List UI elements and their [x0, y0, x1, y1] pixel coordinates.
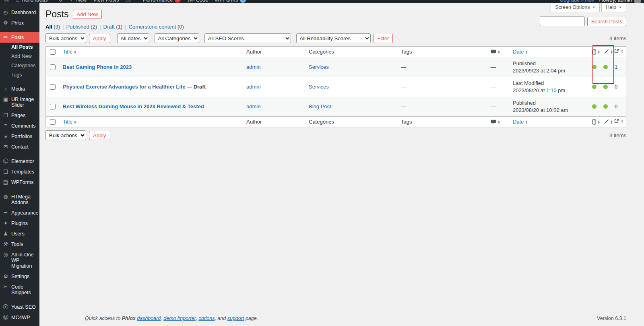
sidebar-item-comments[interactable]: ❞ Comments — [0, 121, 39, 131]
post-title-link[interactable]: Physical Exercise Advantages for a Healt… — [63, 84, 185, 90]
view-published[interactable]: Published (2) — [66, 24, 97, 30]
sort-by-comments[interactable]: ▲▼ — [491, 119, 500, 125]
sidebar-item-wpforms[interactable]: ▤ WPForms — [0, 177, 39, 188]
category-link[interactable]: Services — [309, 64, 329, 70]
sidebar-item-portfolios[interactable]: ◕ Portfolios — [0, 131, 39, 142]
sidebar-item-dashboard[interactable]: ◴ Dashboard — [0, 7, 39, 18]
footer-link-support[interactable]: support — [227, 316, 244, 321]
footer-link-dashboard[interactable]: dashboard — [137, 316, 161, 321]
sidebar-item-ur-image-slider[interactable]: ▣ UR Image Slider — [0, 94, 39, 110]
footer-link-options[interactable]: options — [198, 316, 215, 321]
sidebar-item-performance[interactable]: ❖ Performance1 — [0, 323, 39, 326]
sidebar-item-users[interactable]: ♟ Users — [0, 229, 39, 239]
sort-by-date[interactable]: Date▲▼ — [513, 49, 528, 55]
sidebar-item-pages[interactable]: ❐ Pages — [0, 110, 39, 121]
sidebar-item-ur-image-slider-label: UR Image Slider — [11, 97, 37, 108]
help-button[interactable]: Help▼ — [601, 3, 626, 12]
sort-by-seo-score[interactable]: ▲▼ — [592, 49, 600, 55]
sort-by-links[interactable]: ▲▼ — [614, 118, 623, 124]
sidebar-item-tools[interactable]: ⚒ Tools — [0, 239, 39, 250]
view-cornerstone-content[interactable]: Cornerstone content (0) — [129, 24, 184, 30]
sort-arrows-icon: ▲▼ — [497, 50, 500, 54]
seo-scores-filter-select[interactable]: All SEO Scores — [204, 33, 291, 43]
sort-by-readability[interactable]: ▲▼ — [603, 49, 613, 55]
filter-button[interactable]: Filter — [374, 34, 393, 43]
comments-value: — — [491, 64, 496, 70]
howdy-account[interactable]: Howdy, admin — [599, 0, 641, 3]
tags-column-header: Tags — [401, 119, 412, 125]
sort-arrows-icon: ▲▼ — [621, 49, 623, 53]
howdy-label: Howdy, admin — [599, 0, 632, 3]
author-link[interactable]: admin — [246, 103, 260, 109]
row-checkbox[interactable] — [50, 84, 56, 90]
post-row: Best Wireless Gaming Mouse in 2023 Revie… — [46, 97, 626, 116]
wpforms-menu[interactable]: WPForms1 — [215, 0, 246, 3]
sort-by-seo-score[interactable]: ▲▼ — [592, 119, 600, 125]
sidebar-item-settings[interactable]: ⚙ Settings — [0, 271, 39, 282]
post-title-link[interactable]: Best Wireless Gaming Mouse in 2023 Revie… — [63, 103, 204, 109]
author-link[interactable]: admin — [246, 84, 260, 90]
sidebar-item-appearance[interactable]: ✒ Appearance — [0, 208, 39, 218]
screen-options-button[interactable]: Screen Options▼ — [551, 3, 600, 12]
sidebar-item-code-snippets[interactable]: ✂ Code Snippets — [0, 282, 39, 298]
sidebar-item-htmega-addons[interactable]: ◍ HTMega Addons — [0, 192, 39, 208]
sidebar-item-contact[interactable]: ✉ Contact — [0, 142, 39, 152]
readability-filter-select[interactable]: All Readability Scores — [296, 33, 371, 43]
post-title-link[interactable]: Best Gaming Phone in 2023 — [63, 64, 132, 70]
upgrade-phlox-link[interactable]: Upgrade Phlox — [560, 0, 594, 3]
sort-by-title[interactable]: Title▲▼ — [63, 119, 76, 125]
bulk-actions-select[interactable]: Bulk actions — [45, 33, 86, 43]
select-all-checkbox[interactable] — [50, 119, 56, 125]
view-posts-link[interactable]: View Posts — [93, 0, 119, 3]
code-snippets-icon: ✂ — [3, 284, 8, 290]
apply-button-bottom[interactable]: Apply — [89, 131, 110, 140]
add-new-button[interactable]: Add New — [73, 10, 102, 19]
sidebar-item-categories[interactable]: Categories — [0, 61, 39, 70]
sidebar-item-posts[interactable]: ✏ Posts — [0, 32, 39, 43]
yoast-menu[interactable]: Ⓨ — [125, 0, 131, 3]
row-checkbox[interactable] — [50, 64, 56, 70]
wordpress-logo-icon[interactable]: Ⓦ — [4, 0, 10, 3]
sidebar-item-all-in-one-wp-migration[interactable]: ◎ All-in-One WP Migration — [0, 250, 39, 271]
dates-filter-select[interactable]: All dates — [117, 33, 149, 43]
search-posts-input[interactable] — [540, 17, 585, 26]
sidebar-item-phlox[interactable]: ❁ Phlox — [0, 18, 39, 28]
author-link[interactable]: admin — [246, 64, 260, 70]
sidebar-item-media[interactable]: ♪ Media — [0, 84, 39, 94]
site-link[interactable]: ⌂Hello Ideas — [16, 0, 48, 3]
sidebar-item-yoast-seo[interactable]: Ⓨ Yoast SEO — [0, 302, 39, 312]
sidebar-item-mc4wp[interactable]: Ⓜ MC4WP — [0, 312, 39, 323]
view-draft[interactable]: Draft (1) — [103, 24, 123, 30]
bulk-actions-select-bottom[interactable]: Bulk actions — [45, 130, 86, 140]
mc4wp-icon: Ⓜ — [3, 315, 8, 320]
sidebar-item-plugins[interactable]: ✦ Plugins — [0, 218, 39, 229]
performance-menu[interactable]: ◔Performance1 — [137, 0, 181, 3]
category-link[interactable]: Services — [309, 84, 329, 90]
tablenav-bottom: Bulk actions Apply 3 items — [45, 130, 626, 140]
readability-score-dot — [603, 85, 608, 89]
tags-column-header: Tags — [401, 49, 412, 55]
sort-by-title[interactable]: Title▲▼ — [63, 49, 76, 55]
search-posts-button[interactable]: Search Posts — [587, 17, 626, 26]
sort-by-date[interactable]: Date▲▼ — [513, 119, 528, 125]
sidebar-item-tags[interactable]: Tags — [0, 70, 39, 80]
wpcode-menu[interactable]: WPCode — [187, 0, 208, 3]
sort-by-comments[interactable]: ▲▼ — [491, 49, 500, 55]
sidebar-item-templates[interactable]: ❏ Templates — [0, 167, 39, 177]
sort-by-links[interactable]: ▲▼ — [614, 48, 623, 54]
sidebar-item-elementor[interactable]: Ⓔ Elementor — [0, 156, 39, 167]
comments-bubble[interactable]: ❞0 — [54, 0, 62, 3]
yoast-menu-icon: Ⓨ — [125, 0, 131, 3]
apply-button[interactable]: Apply — [89, 34, 110, 43]
menu-separator — [0, 298, 39, 302]
view-all[interactable]: All (3) — [45, 24, 60, 30]
new-menu[interactable]: ＋New — [68, 0, 87, 3]
row-checkbox[interactable] — [50, 104, 56, 109]
sidebar-item-all-posts[interactable]: All Posts — [0, 43, 39, 52]
category-link[interactable]: Blog Post — [309, 103, 331, 109]
footer-link-demo-importer[interactable]: demo importer — [163, 316, 196, 321]
sidebar-item-add-new[interactable]: Add New — [0, 52, 39, 61]
categories-filter-select[interactable]: All Categories — [155, 33, 199, 43]
select-all-checkbox[interactable] — [50, 49, 56, 55]
sort-by-readability[interactable]: ▲▼ — [603, 119, 613, 125]
